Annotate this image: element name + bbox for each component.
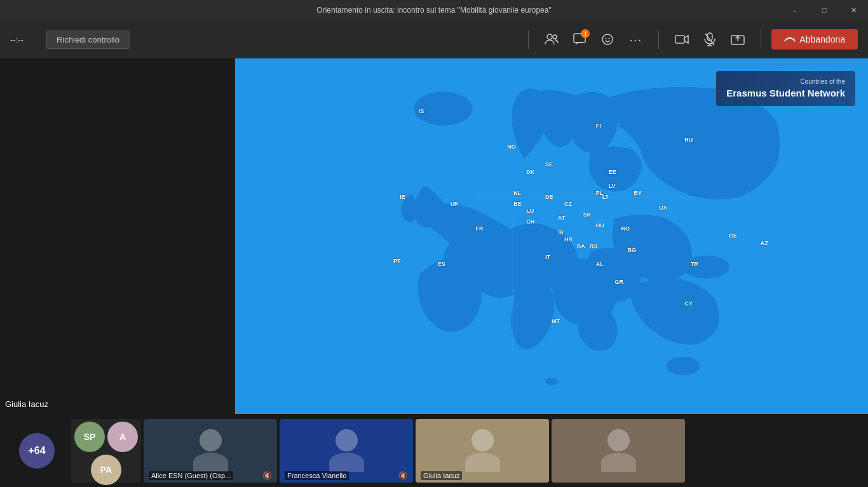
svg-point-16: [545, 378, 557, 385]
teams-toolbar: --:-- Richiedi controllo 1: [0, 20, 868, 58]
main-content-area: Giulia Iacuz: [0, 58, 868, 414]
europe-map-svg: [235, 58, 868, 414]
video-name-alice: Alice ESN (Guest) (Osp...: [149, 471, 233, 480]
esn-badge: Countries of the Erasmus Student Network: [716, 71, 855, 106]
abandon-call-button[interactable]: Abbandona: [771, 29, 858, 50]
toolbar-av-icons: [669, 27, 750, 52]
left-participant-name: Giulia Iacuz: [5, 399, 48, 409]
more-options-icon[interactable]: ···: [623, 27, 648, 52]
participant-avatar-group: SPAPA: [71, 419, 141, 483]
video-thumbnails: Alice ESN (Guest) (Osp...🔇Francesca Vian…: [144, 419, 685, 483]
close-button[interactable]: ✕: [839, 0, 868, 20]
participants-icon[interactable]: [539, 27, 564, 52]
toolbar-separator-1: [528, 30, 529, 49]
video-thumb-giulia2[interactable]: Giulia Iacuz: [416, 419, 549, 483]
extra-count-circle: +64: [19, 433, 55, 469]
left-participant-panel: Giulia Iacuz: [0, 58, 235, 414]
video-name-francesca: Francesca Vianello: [285, 471, 349, 480]
svg-point-5: [609, 38, 610, 39]
avatar-pa[interactable]: PA: [91, 455, 121, 485]
mute-indicator-alice: 🔇: [262, 471, 272, 480]
reactions-icon[interactable]: [595, 27, 620, 52]
video-thumb-alice[interactable]: Alice ESN (Guest) (Osp...🔇: [144, 419, 277, 483]
mic-toggle-button[interactable]: [697, 27, 722, 52]
video-thumb-unknown[interactable]: [552, 419, 685, 483]
svg-point-3: [602, 34, 613, 44]
extra-participants-count[interactable]: +64: [5, 419, 69, 483]
avatar-a[interactable]: A: [107, 422, 138, 452]
svg-point-4: [606, 38, 607, 39]
map-background: ISNOSEFIRUEELVLTBYIEUKDKNLBELUDEPLUAFRCH…: [235, 58, 868, 414]
toolbar-separator-2: [658, 30, 659, 49]
svg-point-15: [666, 357, 700, 375]
avatar-sp[interactable]: SP: [74, 422, 105, 452]
svg-point-17: [683, 255, 729, 279]
chat-icon[interactable]: 1: [567, 27, 592, 52]
presentation-panel: ISNOSEFIRUEELVLTBYIEUKDKNLBELUDEPLUAFRCH…: [235, 58, 868, 414]
maximize-button[interactable]: □: [810, 0, 839, 20]
svg-point-14: [414, 91, 473, 126]
request-control-button[interactable]: Richiedi controllo: [46, 30, 130, 49]
svg-point-0: [547, 34, 552, 39]
esn-subtitle: Countries of the: [726, 77, 845, 86]
window-controls: – □ ✕: [780, 0, 868, 20]
mute-indicator-francesca: 🔇: [398, 471, 408, 480]
svg-rect-6: [675, 36, 684, 43]
video-thumb-francesca[interactable]: Francesca Vianello🔇: [280, 419, 413, 483]
minimize-button[interactable]: –: [780, 0, 810, 20]
svg-point-1: [553, 35, 557, 39]
toolbar-separator-3: [761, 30, 761, 49]
chat-badge: 1: [581, 29, 590, 38]
esn-title: Erasmus Student Network: [726, 86, 845, 100]
participants-bar: +64 SPAPA Alice ESN (Guest) (Osp...🔇Fran…: [0, 414, 868, 487]
share-screen-button[interactable]: [725, 27, 750, 52]
call-timer: --:--: [10, 35, 36, 44]
video-name-giulia2: Giulia Iacuz: [421, 471, 462, 480]
window-title: Orientamento in uscita: incontro sul tem…: [316, 6, 551, 15]
camera-toggle-button[interactable]: [669, 27, 695, 52]
title-bar: Orientamento in uscita: incontro sul tem…: [0, 0, 868, 20]
toolbar-icons: 1 ···: [539, 27, 648, 52]
